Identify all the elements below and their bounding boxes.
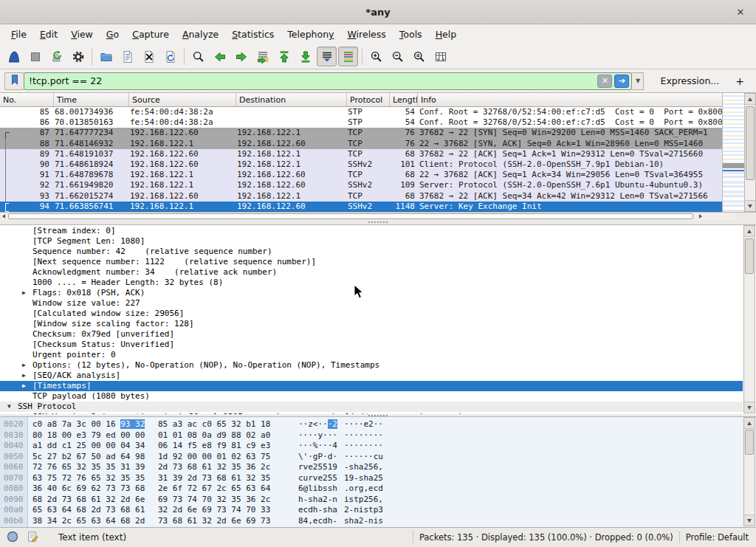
- toolbar-go-top-button[interactable]: [274, 47, 294, 66]
- toolbar-find-packet-button[interactable]: [188, 47, 208, 66]
- packet-row-91[interactable]: 9171.648789678192.168.122.1192.168.122.6…: [0, 170, 722, 180]
- toolbar-capture-stop-button[interactable]: [25, 47, 45, 66]
- scrollbar-thumb[interactable]: [745, 238, 754, 274]
- expander-closed-icon[interactable]: ▶: [22, 381, 26, 391]
- toolbar-go-bottom-button[interactable]: [295, 47, 315, 66]
- menu-item-tools[interactable]: Tools: [393, 26, 429, 43]
- expander-closed-icon[interactable]: ▶: [22, 360, 26, 371]
- hex-row-0080[interactable]: 008036 40 6c 69 62 73 73 682e 6f 72 67 2…: [0, 484, 742, 495]
- menu-item-file[interactable]: File: [4, 26, 33, 43]
- detail-row-3[interactable]: [Next sequence number: 1122 (relative se…: [0, 257, 743, 267]
- column-header-destination[interactable]: Destination: [236, 93, 347, 106]
- filter-history-dropdown[interactable]: ▼: [632, 72, 644, 90]
- scroll-right-arrow-icon[interactable]: [697, 213, 704, 220]
- scrollbar-thumb[interactable]: [746, 106, 755, 180]
- toolbar-go-forward-button[interactable]: [231, 47, 251, 66]
- menu-item-edit[interactable]: Edit: [33, 26, 64, 43]
- detail-row-17[interactable]: ▼SSH Protocol: [0, 402, 743, 412]
- packet-row-87[interactable]: 8771.647777234192.168.122.60192.168.122.…: [0, 128, 722, 138]
- toolbar-zoom-100-button[interactable]: [409, 47, 429, 66]
- detail-row-9[interactable]: [Window size scaling factor: 128]: [0, 319, 743, 329]
- close-icon[interactable]: ✕: [734, 5, 747, 18]
- menu-item-help[interactable]: Help: [429, 26, 464, 43]
- hex-row-0070[interactable]: 007063 75 72 76 65 32 35 3531 39 2d 73 6…: [0, 473, 742, 484]
- filter-apply-button[interactable]: ➔: [614, 75, 629, 88]
- toolbar-zoom-out-button[interactable]: [388, 47, 408, 66]
- scroll-down-arrow-icon[interactable]: [745, 200, 755, 211]
- packet-row-92[interactable]: 9271.661949820192.168.122.1192.168.122.6…: [0, 180, 722, 190]
- column-header-source[interactable]: Source: [129, 93, 236, 106]
- detail-row-6[interactable]: ▶Flags: 0x018 (PSH, ACK): [0, 288, 743, 298]
- scrollbar-thumb[interactable]: [745, 430, 754, 455]
- packet-list-vscrollbar[interactable]: [744, 93, 756, 212]
- column-header-time[interactable]: Time: [54, 93, 129, 106]
- hex-row-0090[interactable]: 009068 2d 73 68 61 32 2d 6e69 73 74 70 3…: [0, 495, 742, 506]
- capture-comment-button[interactable]: [27, 530, 39, 546]
- toolbar-capture-start-button[interactable]: [4, 47, 24, 66]
- column-header-no[interactable]: No.: [0, 93, 54, 106]
- hex-row-0020[interactable]: 0020c0 a8 7a 3c 00 16 93 3285 a3 ac c0 6…: [0, 419, 742, 430]
- expert-info-button[interactable]: [6, 530, 19, 546]
- toolbar-capture-restart-button[interactable]: [47, 47, 66, 66]
- hex-row-0050[interactable]: 00505c 27 b2 67 50 ad 64 981d 92 00 00 0…: [0, 452, 742, 463]
- detail-row-16[interactable]: TCP payload (1080 bytes): [0, 391, 743, 402]
- expander-open-icon[interactable]: ▼: [7, 402, 11, 412]
- scroll-down-arrow-icon[interactable]: [744, 402, 755, 413]
- hex-row-0040[interactable]: 0040a1 dd c1 25 00 00 04 3406 14 f5 e8 f…: [0, 441, 742, 452]
- menu-item-capture[interactable]: Capture: [126, 26, 176, 43]
- packet-row-90[interactable]: 9071.648618924192.168.122.60192.168.122.…: [0, 159, 722, 170]
- scroll-down-arrow-icon[interactable]: [744, 515, 755, 526]
- scroll-up-arrow-icon[interactable]: [745, 94, 755, 105]
- toolbar-capture-options-button[interactable]: [68, 47, 88, 66]
- toolbar-file-save-button[interactable]: [117, 47, 137, 66]
- packet-list-hscrollbar[interactable]: [0, 212, 735, 220]
- detail-row-2[interactable]: Sequence number: 42 (relative sequence n…: [0, 247, 743, 257]
- detail-row-1[interactable]: [TCP Segment Len: 1080]: [0, 236, 743, 247]
- packet-row-88[interactable]: 8871.648146932192.168.122.1192.168.122.6…: [0, 139, 722, 149]
- profile-selector[interactable]: Profile: Default: [686, 532, 749, 543]
- toolbar-zoom-in-button[interactable]: [366, 47, 386, 66]
- expander-closed-icon[interactable]: ▶: [22, 288, 26, 298]
- expression-button[interactable]: Expression...: [660, 75, 719, 86]
- column-header-protocol[interactable]: Protocol: [347, 93, 390, 106]
- menu-item-wireless[interactable]: Wireless: [341, 26, 393, 43]
- toolbar-file-open-button[interactable]: [96, 47, 116, 66]
- column-header-length[interactable]: Length: [390, 93, 418, 106]
- toolbar-go-to-packet-button[interactable]: [252, 47, 272, 66]
- filter-bookmark-button[interactable]: [4, 72, 24, 90]
- column-header-info[interactable]: Info: [418, 93, 722, 106]
- detail-row-0[interactable]: [Stream index: 0]: [0, 226, 743, 236]
- packet-row-85[interactable]: 8568.001734936fe:54:00:d4:38:2aSTP54Conf…: [0, 107, 722, 117]
- packet-bytes-vscrollbar[interactable]: [743, 417, 755, 526]
- detail-row-4[interactable]: Acknowledgment number: 34 (relative ack …: [0, 267, 743, 278]
- detail-row-8[interactable]: [Calculated window size: 29056]: [0, 309, 743, 319]
- toolbar-colorize-button[interactable]: [338, 47, 358, 66]
- scroll-up-arrow-icon[interactable]: [744, 418, 755, 429]
- toolbar-file-reload-button[interactable]: [160, 47, 180, 66]
- detail-row-10[interactable]: Checksum: 0x79ed [unverified]: [0, 329, 743, 340]
- menu-item-go[interactable]: Go: [100, 26, 126, 43]
- toolbar-go-back-button[interactable]: [210, 47, 230, 66]
- detail-row-14[interactable]: ▶[SEQ/ACK analysis]: [0, 371, 743, 381]
- scroll-up-arrow-icon[interactable]: [744, 226, 755, 237]
- scroll-left-arrow-icon[interactable]: [0, 213, 7, 220]
- detail-row-12[interactable]: Urgent pointer: 0: [0, 350, 743, 360]
- display-filter-input[interactable]: [24, 74, 597, 89]
- menu-item-statistics[interactable]: Statistics: [225, 26, 281, 43]
- detail-row-11[interactable]: [Checksum Status: Unverified]: [0, 340, 743, 350]
- packet-row-94[interactable]: 9471.663856741192.168.122.1192.168.122.6…: [0, 202, 722, 212]
- intelligent-scrollbar-minimap[interactable]: [722, 93, 744, 212]
- menu-item-analyze[interactable]: Analyze: [176, 26, 225, 43]
- filter-clear-button[interactable]: ✕: [597, 75, 612, 88]
- hex-row-0030[interactable]: 003080 18 00 e3 79 ed 00 0001 01 08 0a d…: [0, 430, 742, 441]
- hex-row-00b0[interactable]: 00b038 34 2c 65 63 64 68 2d73 68 61 32 2…: [0, 516, 742, 527]
- menu-item-view[interactable]: View: [64, 26, 100, 43]
- hscrollbar-thumb[interactable]: [8, 213, 693, 219]
- hex-row-0060[interactable]: 006072 76 65 32 35 35 31 392d 73 68 61 3…: [0, 462, 742, 473]
- detail-row-13[interactable]: ▶Options: (12 bytes), No-Operation (NOP)…: [0, 360, 743, 371]
- menu-item-telephony[interactable]: Telephony: [281, 26, 340, 43]
- detail-row-5[interactable]: 1000 .... = Header Length: 32 bytes (8): [0, 278, 743, 288]
- detail-row-7[interactable]: Window size value: 227: [0, 298, 743, 309]
- packet-detail-vscrollbar[interactable]: [743, 225, 755, 413]
- toolbar-auto-scroll-button[interactable]: [317, 47, 337, 66]
